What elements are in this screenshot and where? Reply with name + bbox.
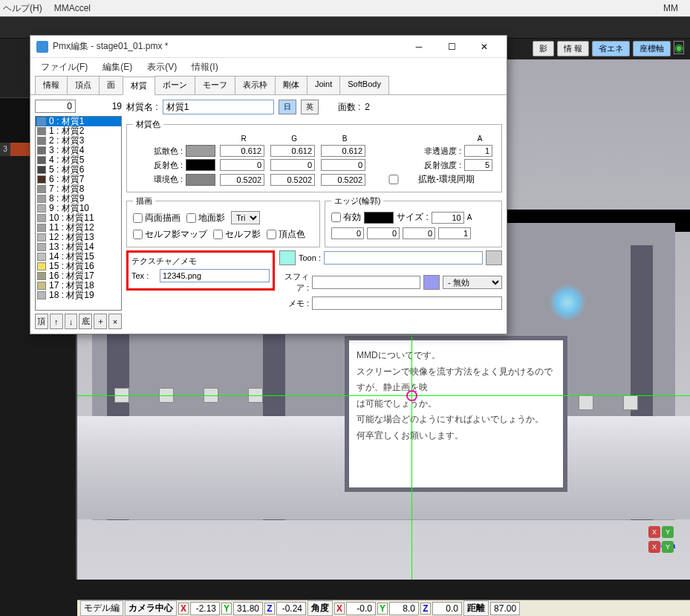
track-num: 3 bbox=[0, 143, 10, 156]
status-model-label[interactable]: モデル編 bbox=[80, 600, 123, 616]
vp-btn-info[interactable]: 情 報 bbox=[557, 41, 589, 56]
opacity-label: 非透過度 : bbox=[371, 146, 461, 157]
tab-表示枠[interactable]: 表示枠 bbox=[235, 76, 276, 94]
list-up-button[interactable]: ↑ bbox=[50, 314, 63, 329]
status-cam-z[interactable]: -0.24 bbox=[276, 602, 306, 615]
ground-shadow-checkbox[interactable] bbox=[186, 213, 196, 223]
diffuse-label: 拡散色 : bbox=[133, 146, 183, 157]
status-ang-x[interactable]: -0.0 bbox=[346, 602, 376, 615]
axis-gizmo-2[interactable]: X Y bbox=[648, 541, 674, 553]
pmx-titlebar[interactable]: Pmx編集 - stage01_01.pmx * ─ ☐ ✕ bbox=[30, 36, 507, 58]
list-add-button[interactable]: ＋ bbox=[94, 314, 107, 329]
edge-enable-checkbox[interactable] bbox=[331, 213, 341, 222]
gizmo-y-icon[interactable]: Y bbox=[662, 526, 674, 538]
menu-help[interactable]: ヘルプ(H) bbox=[3, 2, 42, 15]
gizmo-x2-icon[interactable]: X bbox=[648, 541, 660, 553]
material-swatch-icon bbox=[37, 253, 46, 261]
both-faces-checkbox[interactable] bbox=[133, 213, 143, 223]
list-bottom-button[interactable]: 底 bbox=[79, 314, 92, 329]
edge-g-field[interactable] bbox=[367, 227, 400, 239]
ambient-g-field[interactable] bbox=[270, 174, 315, 186]
tab-モーフ[interactable]: モーフ bbox=[195, 76, 235, 94]
vertex-color-checkbox[interactable] bbox=[267, 230, 276, 239]
spec-power-field[interactable] bbox=[464, 159, 492, 171]
status-cam-y[interactable]: 31.80 bbox=[233, 602, 263, 615]
diffuse-g-field[interactable] bbox=[270, 145, 315, 157]
tab-頂点[interactable]: 頂点 bbox=[67, 76, 100, 94]
tab-情報[interactable]: 情報 bbox=[35, 76, 68, 94]
sphere-field[interactable] bbox=[312, 276, 420, 289]
edge-r-field[interactable] bbox=[331, 227, 364, 239]
material-swatch-icon bbox=[37, 272, 46, 280]
memo-field[interactable] bbox=[312, 296, 502, 310]
tab-ボーン[interactable]: ボーン bbox=[154, 76, 195, 94]
toon-swatch[interactable] bbox=[486, 250, 502, 265]
ambient-b-field[interactable] bbox=[321, 174, 365, 186]
edge-color-swatch[interactable] bbox=[364, 212, 394, 224]
tex-field[interactable] bbox=[160, 269, 270, 282]
tri-select[interactable]: Tri bbox=[231, 211, 260, 224]
specular-b-field[interactable] bbox=[321, 159, 365, 171]
material-list-item[interactable]: 18 : 材質19 bbox=[36, 291, 121, 300]
material-index-field[interactable] bbox=[35, 100, 76, 113]
opacity-field[interactable] bbox=[464, 145, 492, 157]
edge-size-field[interactable] bbox=[432, 212, 464, 224]
mmd-menubar: ヘルプ(H) MMAccel MM bbox=[0, 0, 690, 16]
edge-b-field[interactable] bbox=[403, 227, 435, 239]
tab-SoftBody[interactable]: SoftBody bbox=[339, 76, 389, 94]
minimize-button[interactable]: ─ bbox=[403, 39, 435, 55]
tab-Joint[interactable]: Joint bbox=[307, 76, 340, 94]
menu-edit[interactable]: 編集(E) bbox=[97, 59, 138, 75]
self-shadow-checkbox[interactable] bbox=[213, 230, 223, 239]
gizmo-x-icon[interactable]: X bbox=[648, 526, 660, 538]
gizmo-y2-icon[interactable]: Y bbox=[662, 541, 674, 553]
specular-g-field[interactable] bbox=[270, 159, 315, 171]
axis-gizmo[interactable]: X Y bbox=[648, 526, 674, 538]
tab-剛体[interactable]: 剛体 bbox=[275, 76, 307, 94]
menu-mm[interactable]: MM bbox=[663, 3, 678, 13]
vp-btn-eco[interactable]: 省エネ bbox=[592, 41, 630, 56]
screen-line: 可能な場合どのようにすればよいでしょうか。 bbox=[357, 412, 556, 428]
menu-view[interactable]: 表示(V) bbox=[141, 59, 183, 75]
tex-swatch[interactable] bbox=[279, 250, 296, 265]
material-swatch-icon bbox=[37, 204, 46, 213]
lang-en-button[interactable]: 英 bbox=[301, 100, 319, 114]
diffuse-ambient-sync-checkbox[interactable] bbox=[371, 175, 416, 184]
close-button[interactable]: ✕ bbox=[468, 39, 501, 55]
list-top-button[interactable]: 頂 bbox=[35, 314, 48, 329]
list-down-button[interactable]: ↓ bbox=[65, 314, 78, 329]
hdr-a2: A bbox=[467, 213, 472, 221]
menu-mmaccel[interactable]: MMAccel bbox=[54, 3, 91, 13]
specular-r-field[interactable] bbox=[220, 159, 264, 171]
self-shadow-map-checkbox[interactable] bbox=[133, 230, 143, 239]
status-ang-y[interactable]: 8.0 bbox=[389, 602, 419, 615]
diffuse-color-swatch[interactable] bbox=[186, 145, 215, 157]
tab-面[interactable]: 面 bbox=[99, 76, 123, 94]
ambient-r-field[interactable] bbox=[220, 174, 264, 186]
status-cam-x[interactable]: -2.13 bbox=[190, 602, 220, 615]
crosshair-horizontal bbox=[77, 395, 690, 396]
status-dist-value[interactable]: 87.00 bbox=[490, 602, 520, 615]
status-ang-z[interactable]: 0.0 bbox=[432, 602, 462, 615]
maximize-button[interactable]: ☐ bbox=[435, 39, 468, 55]
vp-btn-axis[interactable]: 座標軸 bbox=[633, 41, 671, 56]
specular-color-swatch[interactable] bbox=[186, 159, 215, 171]
texture-highlight-box: テクスチャ／メモ Tex : bbox=[126, 250, 275, 291]
menu-file[interactable]: ファイル(F) bbox=[35, 59, 94, 75]
material-name-field[interactable] bbox=[163, 100, 274, 114]
menu-info[interactable]: 情報(I) bbox=[186, 59, 224, 75]
tab-材質[interactable]: 材質 bbox=[123, 77, 155, 95]
list-delete-button[interactable]: × bbox=[108, 314, 122, 329]
diffuse-r-field[interactable] bbox=[220, 145, 264, 157]
status-axis-x-icon: X bbox=[178, 603, 189, 615]
edge-a-field[interactable] bbox=[438, 227, 471, 239]
sphere-mode-select[interactable]: - 無効 bbox=[443, 276, 502, 289]
ambient-color-swatch[interactable] bbox=[186, 174, 215, 186]
vp-btn-shadow[interactable]: 影 bbox=[533, 41, 554, 56]
toon-field[interactable] bbox=[324, 251, 483, 265]
material-list[interactable]: 0 : 材質11 : 材質22 : 材質33 : 材質44 : 材質55 : 材… bbox=[35, 116, 122, 311]
vp-btn-circle[interactable]: ◉ bbox=[674, 41, 684, 54]
sphere-swatch[interactable] bbox=[423, 275, 440, 290]
diffuse-b-field[interactable] bbox=[321, 145, 365, 157]
lang-jp-button[interactable]: 日 bbox=[279, 100, 296, 114]
